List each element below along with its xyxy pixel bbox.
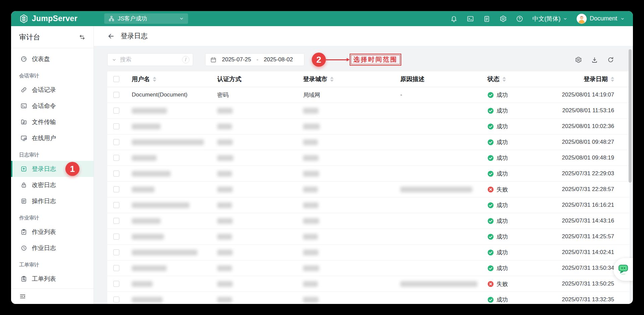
refresh-icon [607, 56, 614, 63]
sidebar-item-operation-logs[interactable]: 操作日志 [11, 193, 94, 209]
sort-icon[interactable] [153, 77, 156, 82]
collapse-sidebar-button[interactable] [19, 293, 26, 300]
sidebar-header: 审计台 [11, 26, 94, 48]
select-all-checkbox[interactable] [113, 76, 119, 82]
login-city-text: 局域网 [303, 91, 320, 99]
status-text: 成功 [496, 217, 508, 225]
main-area: 登录日志 / 2025-07-25 - [94, 26, 633, 304]
row-checkbox[interactable] [113, 92, 119, 98]
redacted-text [217, 187, 233, 192]
row-checkbox[interactable] [113, 202, 119, 208]
login-date-text: 2025/07/31 14:43:16 [562, 217, 614, 224]
redacted-text [132, 187, 155, 192]
sort-icon[interactable] [330, 77, 334, 82]
sidebar-item-job-logs[interactable]: 作业日志 [11, 240, 94, 256]
row-checkbox[interactable] [113, 249, 119, 255]
status-badge: 成功 [487, 170, 508, 178]
page-title: 登录日志 [121, 32, 148, 41]
column-label: 登录城市 [303, 75, 327, 83]
sidebar-item-label: 文件传输 [32, 118, 56, 126]
redacted-text [217, 155, 233, 161]
redacted-text [217, 108, 233, 114]
org-selector[interactable]: JS客户成功 [104, 13, 188, 24]
status-text: 成功 [496, 91, 508, 99]
notification-button[interactable] [450, 15, 458, 22]
sidebar-item-label: 在线用户 [32, 134, 56, 142]
switch-view-button[interactable] [79, 34, 85, 41]
success-check-icon [487, 249, 494, 256]
row-checkbox[interactable] [113, 139, 119, 145]
redacted-text [132, 139, 204, 145]
search-input[interactable] [119, 56, 179, 63]
status-badge: 成功 [487, 264, 508, 272]
status-badge: 成功 [487, 91, 508, 99]
redacted-text [132, 250, 197, 255]
sidebar-item-label: 会话记录 [32, 86, 56, 94]
annotation-step-2: 2 选择时间范围 [312, 53, 401, 67]
row-checkbox[interactable] [113, 234, 119, 240]
table-header-row: 用户名 认证方式 登录城市 原因描述 [107, 71, 630, 87]
brand[interactable]: JumpServer [19, 14, 77, 23]
row-checkbox[interactable] [113, 218, 119, 224]
row-checkbox[interactable] [113, 171, 119, 177]
settings-button[interactable] [500, 15, 507, 22]
search-box[interactable]: / [107, 53, 193, 66]
row-checkbox[interactable] [113, 155, 119, 161]
row-checkbox[interactable] [113, 281, 119, 287]
annotation-step-2-badge: 2 [312, 53, 326, 67]
vertical-scrollbar[interactable] [629, 49, 632, 183]
sort-icon[interactable] [611, 77, 614, 82]
web-terminal-button[interactable] [467, 15, 474, 22]
redacted-text [132, 155, 157, 161]
column-header-date[interactable]: 登录日期 [558, 75, 630, 83]
column-header-status[interactable]: 状态 [487, 75, 558, 83]
table-settings-button[interactable] [575, 56, 582, 63]
sidebar-item-job-list[interactable]: 作业列表 [11, 224, 94, 240]
organization-icon [108, 15, 115, 22]
success-check-icon [487, 297, 494, 303]
bell-icon [450, 15, 458, 22]
redacted-text [132, 218, 161, 224]
link-icon [20, 86, 27, 93]
sidebar-item-login-logs[interactable]: 登录日志 1 [11, 161, 94, 177]
table-row: 成功2025/07/31 13:50:34 [107, 260, 630, 276]
sort-icon[interactable] [503, 77, 506, 82]
row-checkbox[interactable] [113, 123, 119, 129]
lock-icon [20, 182, 27, 188]
refresh-button[interactable] [607, 56, 614, 63]
sidebar-item-ticket-list[interactable]: 工单列表 [11, 271, 94, 287]
sidebar: 审计台 仪表盘 会话审计 [11, 26, 94, 304]
row-checkbox[interactable] [113, 186, 119, 192]
dashboard-icon [20, 56, 27, 62]
sidebar-item-dashboard[interactable]: 仪表盘 [11, 51, 94, 67]
language-selector[interactable]: 中文(简体) [532, 15, 568, 23]
redacted-text [400, 187, 472, 192]
column-label: 登录日期 [584, 75, 608, 83]
language-label: 中文(简体) [532, 15, 561, 23]
sidebar-item-session-records[interactable]: 会话记录 [11, 82, 94, 98]
table-actions [575, 56, 614, 63]
help-button[interactable] [516, 15, 523, 22]
row-checkbox[interactable] [113, 265, 119, 271]
date-range-picker[interactable]: 2025-07-25 - 2025-08-02 [205, 53, 304, 66]
export-download-button[interactable] [591, 56, 598, 63]
clipboard-search-icon [20, 275, 27, 282]
redacted-text [132, 124, 161, 129]
user-menu[interactable]: Document [577, 14, 625, 24]
back-button[interactable] [107, 33, 115, 40]
column-header-city[interactable]: 登录城市 [303, 75, 400, 83]
brand-name: JumpServer [32, 14, 77, 23]
status-text: 成功 [496, 170, 508, 178]
row-checkbox[interactable] [113, 108, 119, 114]
column-header-auth: 认证方式 [217, 75, 303, 83]
row-checkbox[interactable] [113, 297, 119, 303]
sidebar-item-password-logs[interactable]: 改密日志 [11, 177, 94, 193]
login-date-text: 2025/08/01 11:53:16 [562, 107, 614, 114]
tasks-button[interactable] [483, 15, 490, 22]
sidebar-item-online-users[interactable]: 在线用户 [11, 130, 94, 146]
column-header-username[interactable]: 用户名 [132, 75, 217, 83]
redacted-text [217, 218, 233, 224]
sidebar-item-file-transfer[interactable]: 文件传输 [11, 114, 94, 130]
terminal-icon [20, 103, 27, 109]
sidebar-item-session-commands[interactable]: 会话命令 [11, 98, 94, 114]
